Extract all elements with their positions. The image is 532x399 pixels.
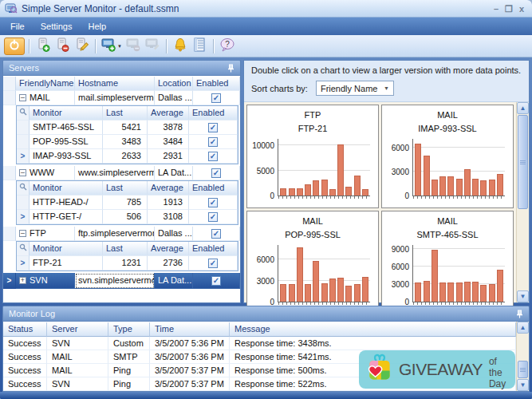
enabled-checkbox[interactable]: ✓ xyxy=(208,123,218,132)
column-header[interactable]: Enabled xyxy=(193,77,240,91)
sort-charts-dropdown[interactable]: Friendly Name ▼ xyxy=(316,81,394,96)
giveaway-badge[interactable]: GIVEAWAY of the Day xyxy=(359,350,515,389)
chart-title: FTP xyxy=(247,110,378,120)
charts-top-bar: Double click on a chart to view a larger… xyxy=(244,61,529,102)
enabled-checkbox[interactable]: ✓ xyxy=(211,276,221,286)
menu-help[interactable]: Help xyxy=(80,19,114,34)
scroll-down-icon[interactable]: ▼ xyxy=(517,379,529,391)
collapse-icon[interactable]: – xyxy=(19,94,26,101)
pin-icon[interactable] xyxy=(516,310,523,318)
row-gutter: > xyxy=(3,273,16,289)
enabled-checkbox[interactable]: ✓ xyxy=(208,212,218,222)
server-row[interactable]: >+SVNsvn.simpleservermoni...LA Dat...✓ xyxy=(3,273,240,289)
enabled-checkbox[interactable]: ✓ xyxy=(211,229,221,239)
log-view-button[interactable] xyxy=(190,38,209,55)
chart-plot-area xyxy=(278,245,370,302)
server-enabled-cell: ✓ xyxy=(193,273,240,289)
maximize-button[interactable]: ❐ xyxy=(505,3,513,14)
monitor-subtable: MonitorLastAverageEnabledSMTP-465-SSL542… xyxy=(16,105,238,164)
alerts-button[interactable] xyxy=(171,38,190,55)
monitor-row[interactable]: SMTP-465-SSL54213878✓ xyxy=(17,120,238,135)
remove-monitor-button[interactable] xyxy=(124,38,143,55)
column-header[interactable]: Monitor xyxy=(30,106,103,120)
chart-bar xyxy=(447,282,454,302)
enabled-checkbox[interactable]: ✓ xyxy=(211,93,221,103)
dropdown-caret-icon: ▼ xyxy=(117,44,122,49)
monitor-row[interactable]: HTTP-HEAD-/7851913✓ xyxy=(17,196,238,210)
enabled-checkbox[interactable]: ✓ xyxy=(208,259,218,268)
column-header[interactable]: Monitor xyxy=(30,181,103,196)
column-header[interactable]: Time xyxy=(150,322,230,337)
column-header[interactable]: Status xyxy=(3,322,47,337)
column-header[interactable]: Average xyxy=(148,181,189,196)
enabled-checkbox[interactable]: ✓ xyxy=(211,168,221,178)
power-button[interactable] xyxy=(4,38,25,55)
server-row[interactable]: –FTPftp.simpleservermonit...Dallas ...✓ xyxy=(3,227,240,241)
edit-monitor-button[interactable] xyxy=(143,38,162,55)
minimize-button[interactable]: – xyxy=(494,3,499,14)
column-header[interactable]: Enabled xyxy=(189,106,238,120)
column-header[interactable]: Last xyxy=(103,181,148,196)
scroll-up-icon[interactable]: ▲ xyxy=(517,322,529,334)
server-row[interactable]: –WWWwww.simpleservermo...LA Dat...✓ xyxy=(3,166,240,180)
menu-file[interactable]: File xyxy=(2,19,33,34)
scrollbar-thumb[interactable] xyxy=(518,115,528,209)
log-scrollbar[interactable]: ▲ ▼ xyxy=(516,322,529,391)
column-header[interactable]: Enabled xyxy=(189,242,238,256)
column-header[interactable]: Server xyxy=(47,322,108,337)
column-header[interactable]: Hostname xyxy=(75,77,155,91)
column-header[interactable]: Type xyxy=(108,322,150,337)
log-type-cell: Ping xyxy=(108,377,150,391)
menu-settings[interactable]: Settings xyxy=(33,19,81,34)
monitor-name-cell: FTP-21 xyxy=(30,256,103,271)
server-row[interactable]: –MAILmail.simpleservermoni...Dallas ...✓ xyxy=(3,91,240,105)
chart-panel[interactable]: FTPFTP-210500010000 xyxy=(246,105,379,208)
monitor-name-cell: HTTP-GET-/ xyxy=(30,210,103,224)
monitor-name-cell: IMAP-993-SSL xyxy=(30,149,103,164)
column-header[interactable]: Average xyxy=(148,106,189,120)
remove-server-button[interactable] xyxy=(53,38,72,55)
chart-panel[interactable]: MAILIMAP-993-SSL030006000 xyxy=(381,105,514,208)
pin-icon[interactable] xyxy=(227,64,234,73)
row-gutter xyxy=(17,120,30,135)
column-header[interactable]: FriendlyName xyxy=(16,77,75,91)
chart-bar xyxy=(289,188,295,196)
scroll-up-icon[interactable]: ▲ xyxy=(517,102,529,114)
column-header[interactable]: Last xyxy=(103,106,148,120)
monitor-enabled-cell: ✓ xyxy=(189,210,238,224)
scrollbar-thumb[interactable] xyxy=(518,361,528,378)
enabled-checkbox[interactable]: ✓ xyxy=(208,198,218,207)
close-button[interactable]: x xyxy=(519,3,524,14)
column-header[interactable]: Location xyxy=(155,77,193,91)
scroll-down-icon[interactable]: ▼ xyxy=(517,290,529,302)
column-header[interactable]: Enabled xyxy=(189,181,238,196)
monitor-row[interactable]: >FTP-2112312736✓ xyxy=(17,256,238,271)
monitor-row[interactable]: >HTTP-GET-/5063108✓ xyxy=(17,210,238,224)
help-button[interactable]: ? xyxy=(218,38,237,55)
add-server-button[interactable] xyxy=(33,38,53,55)
server-hostname-cell[interactable]: svn.simpleservermoni... xyxy=(75,273,155,289)
add-monitor-button[interactable]: ▼ xyxy=(100,38,124,55)
log-row[interactable]: SuccessSVNCustom3/5/2007 5:36 PMResponse… xyxy=(3,337,516,350)
monitor-row[interactable]: >IMAP-993-SSL26332931✓ xyxy=(17,149,238,164)
chart-plot-row: 0300060009000 xyxy=(384,245,505,302)
y-tick-label: 0 xyxy=(270,298,274,306)
collapse-icon[interactable]: – xyxy=(19,230,26,237)
charts-scrollbar[interactable]: ▲ ▼ xyxy=(516,102,529,302)
column-header[interactable]: Monitor xyxy=(30,242,103,256)
column-header[interactable]: Average xyxy=(148,242,189,256)
expand-icon[interactable]: + xyxy=(19,277,26,284)
column-header[interactable]: Last xyxy=(103,242,148,256)
collapse-icon[interactable]: – xyxy=(19,169,26,176)
chart-panel[interactable]: MAILSMTP-465-SSL0300060009000 xyxy=(381,211,514,314)
enabled-checkbox[interactable]: ✓ xyxy=(208,152,218,161)
chart-bar xyxy=(424,281,430,302)
edit-server-button[interactable] xyxy=(72,38,91,55)
column-header[interactable]: Message xyxy=(230,322,516,337)
chart-plot-area xyxy=(412,245,505,302)
screen-pencil-icon xyxy=(145,38,160,55)
monitor-row[interactable]: POP-995-SSL34833484✓ xyxy=(17,135,238,149)
chart-bar xyxy=(432,180,438,196)
enabled-checkbox[interactable]: ✓ xyxy=(208,137,218,147)
chart-panel[interactable]: MAILPOP-995-SSL030006000 xyxy=(246,211,379,314)
